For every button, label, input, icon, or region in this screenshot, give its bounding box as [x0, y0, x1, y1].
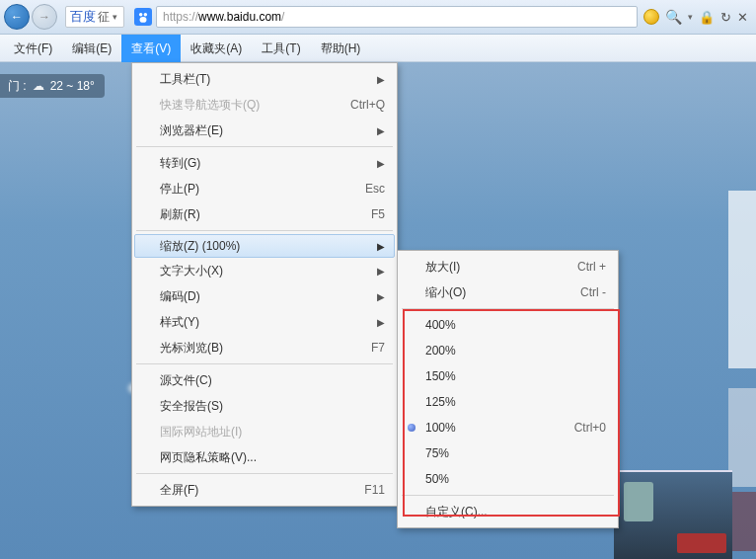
menuitem-label: 停止(P): [160, 181, 199, 198]
menuitem-label: 全屏(F): [160, 482, 198, 499]
close-icon[interactable]: ✕: [737, 10, 748, 25]
menuitem-caret-browse[interactable]: 光标浏览(B)F7: [134, 335, 395, 360]
page-strip: [728, 191, 756, 368]
menuitem-label: 工具栏(T): [160, 71, 210, 88]
back-button[interactable]: ←: [4, 4, 30, 30]
menuitem-zoom-125[interactable]: 125%: [400, 389, 616, 415]
forward-button[interactable]: →: [32, 4, 57, 30]
menuitem-stop[interactable]: 停止(P)Esc: [134, 176, 395, 201]
weather-icon: ☁: [33, 79, 44, 93]
content-area: 门 : ☁ 22 ~ 18° 工具栏(T)▶ 快速导航选项卡(Q)Ctrl+Q …: [0, 62, 756, 559]
menuitem-refresh[interactable]: 刷新(R)F5: [134, 201, 395, 227]
menuitem-zoom-100[interactable]: 100%Ctrl+0: [400, 415, 616, 440]
menuitem-label: 安全报告(S): [160, 398, 223, 415]
menuitem-label: 125%: [425, 395, 456, 409]
security-badge-icon[interactable]: [643, 9, 659, 25]
menuitem-intl-address: 国际网站地址(I): [134, 419, 395, 444]
menuitem-goto[interactable]: 转到(G)▶: [134, 150, 395, 176]
menuitem-label: 源文件(C): [160, 372, 212, 389]
menuitem-label: 文字大小(X): [160, 263, 223, 280]
shortcut-label: Ctrl+0: [574, 421, 606, 435]
menuitem-zoom-50[interactable]: 50%: [400, 466, 616, 492]
menuitem-zoom-in[interactable]: 放大(I)Ctrl +: [400, 254, 616, 280]
lock-icon[interactable]: 🔒: [699, 10, 715, 25]
view-dropdown: 工具栏(T)▶ 快速导航选项卡(Q)Ctrl+Q 浏览器栏(E)▶ 转到(G)▶…: [131, 62, 398, 507]
menuitem-label: 150%: [425, 369, 456, 383]
menuitem-label: 200%: [425, 344, 456, 358]
menuitem-encoding[interactable]: 编码(D)▶: [134, 283, 395, 309]
menuitem-zoom-200[interactable]: 200%: [400, 338, 616, 363]
menuitem-label: 浏览器栏(E): [160, 122, 223, 139]
menuitem-zoom-out[interactable]: 缩小(O)Ctrl -: [400, 280, 616, 305]
menuitem-textsize[interactable]: 文字大小(X)▶: [134, 258, 395, 283]
chevron-right-icon: ▶: [377, 291, 385, 302]
menu-separator: [402, 495, 614, 496]
chevron-down-icon[interactable]: ▾: [688, 12, 693, 22]
menuitem-label: 75%: [425, 446, 449, 460]
menu-help[interactable]: 帮助(H): [311, 35, 371, 62]
menu-edit[interactable]: 编辑(E): [62, 35, 121, 62]
menuitem-label: 50%: [425, 472, 449, 486]
baidu-paw-icon: [134, 8, 152, 26]
url-domain: www.baidu.com: [198, 10, 281, 24]
svg-point-1: [144, 13, 148, 16]
menu-favorites[interactable]: 收藏夹(A): [181, 35, 252, 62]
menuitem-label: 缩放(Z) (100%): [160, 238, 240, 255]
menuitem-zoom-custom[interactable]: 自定义(C)...: [400, 499, 616, 524]
chevron-down-icon: ▾: [113, 12, 117, 22]
menuitem-label: 放大(I): [425, 259, 460, 276]
menuitem-label: 光标浏览(B): [160, 340, 223, 357]
menu-separator: [136, 230, 393, 231]
chevron-right-icon: ▶: [377, 266, 385, 277]
menuitem-zoom-75[interactable]: 75%: [400, 440, 616, 466]
menuitem-label: 快速导航选项卡(Q): [160, 97, 260, 114]
menuitem-label: 网页隐私策略(V)...: [160, 449, 257, 466]
weather-bar[interactable]: 门 : ☁ 22 ~ 18°: [0, 74, 105, 98]
menuitem-label: 国际网站地址(I): [160, 424, 242, 440]
shortcut-label: Ctrl+Q: [350, 98, 385, 112]
bullet-selected-icon: [408, 424, 416, 432]
shortcut-label: Esc: [365, 182, 385, 196]
menuitem-toolbar[interactable]: 工具栏(T)▶: [134, 66, 395, 92]
menuitem-privacy-policy[interactable]: 网页隐私策略(V)...: [134, 444, 395, 470]
menuitem-zoom[interactable]: 缩放(Z) (100%)▶: [134, 234, 395, 258]
search-provider-box[interactable]: 百度 征 ▾: [65, 6, 124, 28]
menuitem-security-report[interactable]: 安全报告(S): [134, 393, 395, 419]
menuitem-label: 刷新(R): [160, 206, 200, 223]
menuitem-label: 转到(G): [160, 155, 200, 172]
chevron-right-icon: ▶: [377, 125, 385, 136]
menu-file[interactable]: 文件(F): [4, 35, 62, 62]
menuitem-label: 编码(D): [160, 288, 200, 305]
chevron-right-icon: ▶: [377, 74, 385, 85]
url-protocol: https://: [163, 10, 198, 24]
menu-separator: [402, 308, 614, 309]
menuitem-zoom-150[interactable]: 150%: [400, 363, 616, 389]
page-photo: [614, 470, 732, 559]
menuitem-label: 样式(Y): [160, 314, 199, 331]
chevron-right-icon: ▶: [377, 317, 385, 328]
menuitem-browser-bar[interactable]: 浏览器栏(E)▶: [134, 118, 395, 143]
shortcut-label: F7: [371, 341, 385, 355]
search-icon[interactable]: 🔍: [665, 9, 682, 25]
url-input[interactable]: https://www.baidu.com/: [156, 6, 638, 28]
menuitem-zoom-400[interactable]: 400%: [400, 312, 616, 338]
menuitem-quicknav: 快速导航选项卡(Q)Ctrl+Q: [134, 92, 395, 118]
menuitem-source[interactable]: 源文件(C): [134, 367, 395, 393]
menu-tools[interactable]: 工具(T): [252, 35, 310, 62]
menu-view[interactable]: 查看(V): [121, 35, 181, 62]
chevron-right-icon: ▶: [377, 241, 385, 252]
shortcut-label: F5: [371, 207, 385, 221]
menu-separator: [136, 363, 393, 364]
provider-sub: 征: [98, 9, 110, 26]
refresh-icon[interactable]: ↻: [720, 10, 731, 25]
menuitem-label: 自定义(C)...: [425, 504, 488, 520]
menuitem-fullscreen[interactable]: 全屏(F)F11: [134, 477, 395, 503]
menuitem-style[interactable]: 样式(Y)▶: [134, 309, 395, 335]
svg-point-0: [139, 13, 143, 16]
address-bar: ← → 百度 征 ▾ https://www.baidu.com/ 🔍 ▾ 🔒 …: [0, 0, 756, 35]
shortcut-label: Ctrl +: [577, 260, 606, 274]
menu-bar: 文件(F) 编辑(E) 查看(V) 收藏夹(A) 工具(T) 帮助(H): [0, 35, 756, 62]
menuitem-label: 400%: [425, 318, 456, 332]
toolbar-right: 🔍 ▾ 🔒 ↻ ✕: [643, 9, 752, 25]
provider-label: 百度: [70, 8, 96, 26]
